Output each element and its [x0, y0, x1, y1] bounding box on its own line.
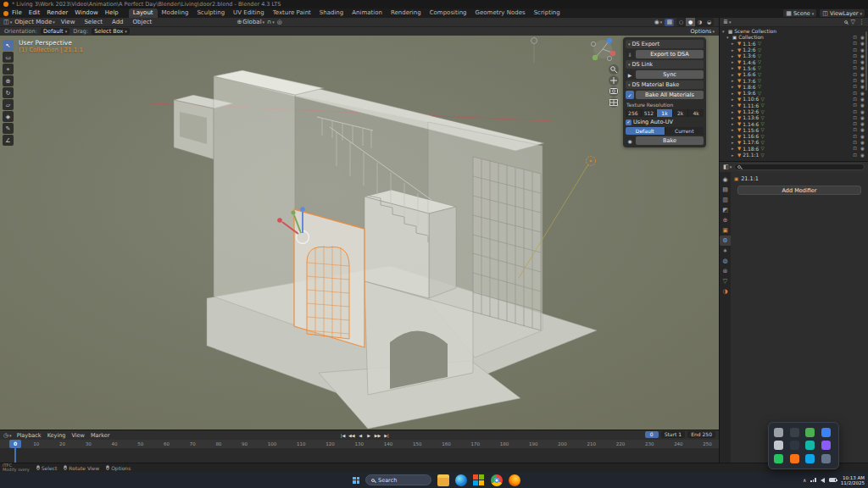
eye-icon[interactable]: ◉ — [860, 97, 865, 102]
menubar-item[interactable]: File — [8, 8, 25, 18]
outliner-object-row[interactable]: ▸ ▼ 21.1:1 ▽ ⊡ ◉ — [720, 152, 868, 158]
outliner-object-row[interactable]: ▸ ▼ 1.14:6 ▽ ⊡ ◉ — [720, 120, 868, 126]
workspace-tab[interactable]: Texture Paint — [269, 8, 315, 18]
workspace-tab[interactable]: Compositing — [426, 8, 471, 18]
camera-visibility-icon[interactable]: ⊡ — [852, 91, 858, 96]
disclosure-icon[interactable]: ▸ — [732, 59, 736, 64]
eye-icon[interactable]: ◉ — [860, 84, 865, 89]
outliner-object-row[interactable]: ▸ ▼ 1.2:6 ▽ ⊡ ◉ — [720, 47, 868, 53]
orientation-dropdown[interactable]: Default▾ — [41, 28, 70, 35]
camera-visibility-icon[interactable]: ⊡ — [852, 97, 858, 102]
playhead[interactable]: 0 — [9, 440, 21, 448]
eye-icon[interactable]: ◉ — [860, 109, 865, 114]
camera-visibility-icon[interactable]: ⊡ — [852, 72, 858, 77]
sync-button[interactable]: Sync — [636, 70, 704, 79]
menubar-item[interactable]: Window — [71, 8, 102, 18]
workspace-tab[interactable]: Shading — [315, 8, 348, 18]
disclosure-icon[interactable]: ▸ — [732, 127, 736, 132]
edge-browser-icon[interactable] — [455, 474, 467, 486]
workspace-tab[interactable]: Rendering — [387, 8, 426, 18]
shading-wireframe-button[interactable]: ○ — [676, 18, 686, 26]
tab-world[interactable]: ⊕ — [720, 215, 731, 225]
xray-toggle[interactable]: ▩ — [665, 19, 674, 26]
tab-modifiers[interactable]: ⚙ — [720, 236, 731, 246]
transform-orientation-dropdown[interactable]: ⊕Global▾ — [236, 19, 264, 25]
tray-app-icon[interactable] — [805, 454, 815, 463]
eye-icon[interactable]: ◉ — [860, 78, 865, 83]
tab-physics[interactable]: ◍ — [720, 256, 731, 266]
scale-tool-button[interactable]: ▱ — [3, 99, 14, 110]
tab-render[interactable]: ◉ — [720, 175, 731, 185]
eye-icon[interactable]: ◉ — [860, 59, 865, 64]
tray-app-icon[interactable] — [790, 441, 799, 450]
outliner-object-row[interactable]: ▸ ▼ 1.5:6 ▽ ⊡ ◉ — [720, 65, 868, 71]
3d-viewport[interactable]: ↖ ▭ ⌖ ⊕ ↻ ▱ ◈ ✎ ∠ User Perspective (1) C… — [0, 36, 719, 430]
eye-icon[interactable]: ◉ — [860, 72, 865, 77]
disclosure-icon[interactable]: ▾ — [722, 29, 726, 34]
ds-material-bake-header[interactable]: ▾DS Material Bake — [626, 80, 704, 89]
disclosure-icon[interactable]: ▸ — [732, 65, 736, 70]
editor-type-dropdown[interactable]: ◫▾ — [3, 19, 12, 25]
tab-constraints[interactable]: ⊛ — [720, 266, 731, 276]
add-modifier-button[interactable]: Add Modifier — [737, 186, 861, 195]
outliner-scene-collection-row[interactable]: ▾ ▦ Scene Collection — [720, 28, 868, 34]
cursor-tool-button[interactable]: ⌖ — [3, 64, 14, 75]
eye-icon[interactable]: ◉ — [860, 91, 865, 96]
properties-search-input[interactable] — [734, 164, 865, 170]
ds-export-header[interactable]: ▾DS Export — [626, 40, 704, 48]
shading-material-button[interactable]: ◑ — [695, 18, 704, 26]
camera-visibility-icon[interactable]: ⊡ — [852, 103, 858, 108]
disclosure-icon[interactable]: ▸ — [732, 84, 736, 89]
tray-app-icon[interactable] — [805, 441, 815, 450]
prev-keyframe-button[interactable]: ◀◀ — [348, 433, 356, 438]
play-button[interactable]: ▶ — [365, 433, 373, 438]
timeline-editor-dropdown[interactable]: ◷▾ — [3, 432, 12, 439]
res-256-button[interactable]: 256 — [626, 109, 641, 117]
timeline-menu-item[interactable]: View — [70, 432, 85, 439]
camera-visibility-icon[interactable]: ⊡ — [852, 84, 858, 89]
camera-visibility-icon[interactable]: ⊡ — [852, 127, 858, 132]
outliner-object-row[interactable]: ▸ ▼ 1.1:6 ▽ ⊡ ◉ — [720, 41, 868, 47]
camera-visibility-icon[interactable]: ⊡ — [852, 134, 858, 139]
tab-view-layer[interactable]: ▥ — [720, 195, 731, 205]
outliner-object-row[interactable]: ▸ ▼ 1.15:6 ▽ ⊡ ◉ — [720, 127, 868, 133]
res-2k-button[interactable]: 2k — [673, 109, 688, 117]
tab-material[interactable]: ◑ — [720, 286, 731, 297]
end-frame-field[interactable]: End250 — [687, 431, 715, 438]
outliner-object-row[interactable]: ▸ ▼ 1.10:6 ▽ ⊡ ◉ — [720, 96, 868, 102]
disclosure-icon[interactable]: ▸ — [732, 97, 736, 102]
workspace-tab[interactable]: Scripting — [530, 8, 565, 18]
annotate-tool-button[interactable]: ✎ — [3, 123, 14, 134]
outliner-object-row[interactable]: ▸ ▼ 1.18:6 ▽ ⊡ ◉ — [720, 146, 868, 152]
disclosure-icon[interactable]: ▸ — [732, 140, 736, 145]
camera-visibility-icon[interactable]: ⊡ — [852, 47, 858, 53]
eye-icon[interactable]: ◉ — [860, 146, 865, 151]
outliner-collection-row[interactable]: ▾ ▣ Collection ⊡ ◉ — [720, 34, 868, 40]
outliner-object-row[interactable]: ▸ ▼ 1.11:6 ▽ ⊡ ◉ — [720, 103, 868, 108]
tray-app-icon[interactable] — [774, 441, 783, 450]
camera-visibility-icon[interactable]: ⊡ — [852, 59, 858, 64]
eye-icon[interactable]: ◉ — [860, 47, 865, 53]
eye-icon[interactable]: ◉ — [860, 35, 865, 40]
workspace-tab[interactable]: Animation — [348, 8, 387, 18]
camera-visibility-icon[interactable]: ⊡ — [852, 65, 858, 70]
camera-visibility-icon[interactable]: ⊡ — [852, 146, 858, 151]
camera-visibility-icon[interactable]: ⊡ — [852, 35, 858, 40]
timeline-menu-item[interactable]: Keying — [47, 432, 67, 439]
viewport-menu-item[interactable]: Add — [108, 18, 127, 27]
eye-icon[interactable]: ◉ — [860, 41, 865, 46]
outliner-object-row[interactable]: ▸ ▼ 1.13:6 ▽ ⊡ ◉ — [720, 114, 868, 120]
disclosure-icon[interactable]: ▸ — [732, 53, 736, 58]
tab-output[interactable]: ▤ — [720, 185, 731, 195]
workspace-tab[interactable]: Sculpting — [192, 8, 229, 18]
menubar-item[interactable]: Edit — [25, 8, 44, 18]
camera-visibility-icon[interactable]: ⊡ — [852, 115, 858, 120]
res-1k-button[interactable]: 1k — [657, 109, 672, 117]
disclosure-icon[interactable]: ▸ — [732, 152, 736, 158]
rotate-tool-button[interactable]: ↻ — [3, 87, 14, 98]
disclosure-icon[interactable]: ▸ — [732, 109, 736, 114]
outliner-scrollbar[interactable] — [865, 31, 867, 91]
res-512-button[interactable]: 512 — [642, 109, 657, 117]
tray-app-icon[interactable] — [821, 428, 831, 437]
disclosure-icon[interactable]: ▸ — [732, 115, 736, 120]
